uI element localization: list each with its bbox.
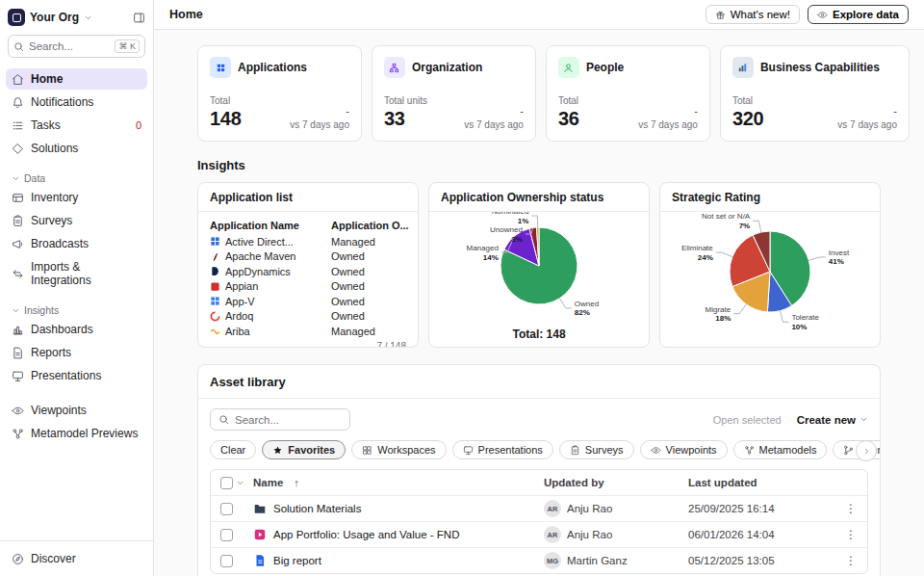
sidebar-item-viewpoints[interactable]: Viewpoints	[6, 400, 147, 421]
select-all-checkbox[interactable]	[220, 477, 233, 489]
collapse-sidebar-icon[interactable]	[133, 12, 145, 24]
sidebar-item-reports[interactable]: Reports	[6, 342, 147, 363]
folder-icon	[253, 502, 267, 515]
row-menu-button[interactable]: ⋮	[834, 502, 867, 515]
kpi-value: 320	[732, 108, 763, 130]
sidebar-item-label: Dashboards	[31, 323, 93, 336]
row-checkbox[interactable]	[220, 555, 233, 567]
asset-library-card: Asset library Open selected Create new	[197, 364, 881, 576]
filter-chip-presentations[interactable]: Presentations	[452, 440, 553, 459]
ariba-icon	[210, 326, 220, 336]
row-menu-button[interactable]: ⋮	[834, 528, 867, 541]
sidebar-item-presentations[interactable]: Presentations	[6, 365, 147, 386]
asset-row[interactable]: App Portfolio: Usage and Value - FND AR …	[211, 521, 867, 547]
kpi-card-people[interactable]: People Total 36 - vs 7 days ago	[546, 45, 710, 142]
application-row[interactable]: App-V Owned	[210, 294, 406, 309]
asset-row[interactable]: Big report MG Martin Ganz 05/12/2025 13:…	[211, 547, 867, 573]
sidebar-item-broadcasts[interactable]: Broadcasts	[6, 233, 147, 254]
sidebar-item-inventory[interactable]: Inventory	[6, 187, 147, 208]
sidebar-item-metamodel-previews[interactable]: Metamodel Previews	[6, 423, 147, 444]
explore-data-button[interactable]: Explore data	[808, 5, 909, 24]
chips-scroll-right-button[interactable]	[856, 440, 877, 461]
row-checkbox[interactable]	[220, 529, 233, 541]
application-row[interactable]: AppDynamics Owned	[210, 264, 406, 279]
column-application-ownership[interactable]: Application O...	[331, 220, 406, 231]
org-logo	[8, 9, 25, 26]
application-row[interactable]: Active Direct... Managed	[210, 234, 406, 249]
ownership-total-label: Total: 148	[429, 327, 649, 341]
sidebar-item-home[interactable]: Home	[6, 68, 147, 90]
application-row[interactable]: Ariba Managed	[210, 324, 406, 339]
filter-chip-workspaces[interactable]: Workspaces	[351, 440, 446, 459]
whats-new-button[interactable]: What's new!	[706, 5, 800, 24]
sidebar-item-label: Tasks	[31, 118, 61, 132]
workspaces-icon	[362, 445, 372, 456]
sidebar-item-label: Presentations	[31, 369, 101, 382]
svg-text:Managed14%: Managed14%	[466, 244, 498, 262]
people-icon	[558, 57, 579, 78]
column-name[interactable]: Name ↑	[253, 477, 544, 488]
kpi-card-business-capabilities[interactable]: Business Capabilities Total 320 - vs 7 d…	[720, 45, 910, 142]
sidebar-search[interactable]: ⌘ K	[8, 35, 145, 58]
sidebar-item-notifications[interactable]: Notifications	[6, 92, 147, 113]
topbar: Home What's new! Explore data	[154, 0, 924, 30]
kpi-row: Applications Total 148 - vs 7 days ago	[197, 45, 910, 142]
ownership-pie-chart[interactable]: Owned82%Managed14%Unowned3%Nominated1%	[429, 212, 649, 329]
sidebar-section-insights[interactable]: Insights	[12, 304, 141, 316]
reports-icon	[12, 347, 24, 359]
main-area: Home What's new! Explore data	[154, 0, 924, 576]
sidebar-section-data[interactable]: Data	[12, 172, 141, 184]
business-capabilities-icon	[732, 57, 754, 78]
row-checkbox[interactable]	[220, 503, 233, 515]
sidebar-item-solutions[interactable]: Solutions	[6, 138, 147, 159]
sort-ascending-icon: ↑	[294, 477, 299, 488]
filter-chip-clear[interactable]: Clear	[210, 440, 256, 459]
sidebar-item-label: Notifications	[31, 95, 93, 109]
sidebar-item-discover[interactable]: Discover	[6, 548, 147, 569]
column-application-name[interactable]: Application Name	[210, 220, 331, 231]
kpi-compare-label: vs 7 days ago	[638, 119, 698, 130]
svg-text:Unowned3%: Unowned3%	[490, 225, 523, 244]
chevron-down-icon[interactable]	[236, 479, 244, 487]
column-last-updated[interactable]: Last updated	[688, 477, 834, 488]
filter-chip-favorites[interactable]: Favorites	[262, 440, 346, 459]
application-row[interactable]: Apache Maven Owned	[210, 249, 406, 265]
section-label: Insights	[24, 304, 59, 316]
sidebar-item-imports-integrations[interactable]: Imports & Integrations	[6, 256, 147, 291]
application-name: Appian	[225, 280, 258, 292]
asset-name: Big report	[273, 555, 321, 566]
inventory-icon	[12, 192, 24, 204]
filter-chip-viewpoints[interactable]: Viewpoints	[640, 440, 728, 459]
create-new-button[interactable]: Create new	[797, 414, 868, 426]
asset-search-input[interactable]	[235, 414, 342, 426]
tasks-icon	[12, 119, 24, 132]
row-menu-button[interactable]: ⋮	[834, 554, 867, 567]
open-selected-button[interactable]: Open selected	[713, 414, 782, 426]
sidebar-item-label: Viewpoints	[31, 404, 87, 417]
column-updated-by[interactable]: Updated by	[544, 477, 688, 488]
strategic-pie-chart[interactable]: Invest41%Tolerate10%Migrate18%Eliminate2…	[660, 212, 880, 339]
strategic-rating-card: Strategic Rating Invest41%Tolerate10%Mig…	[659, 182, 881, 348]
bell-icon	[12, 96, 24, 109]
asset-search[interactable]	[210, 408, 350, 431]
filter-chip-metamodels[interactable]: Metamodels	[733, 440, 828, 459]
svg-text:Tolerate10%: Tolerate10%	[791, 313, 819, 331]
sidebar-item-tasks[interactable]: Tasks 0	[6, 115, 147, 136]
org-name: Your Org	[30, 11, 79, 24]
sidebar-item-dashboards[interactable]: Dashboards	[6, 319, 147, 340]
sidebar-search-input[interactable]	[29, 40, 110, 52]
kpi-card-applications[interactable]: Applications Total 148 - vs 7 days ago	[197, 45, 362, 142]
application-ownership: Owned	[331, 280, 406, 292]
sidebar-item-surveys[interactable]: Surveys	[6, 210, 147, 231]
asset-row[interactable]: Solution Materials AR Anju Rao 25/09/202…	[211, 495, 867, 521]
kpi-card-organization[interactable]: Organization Total units 33 - vs 7 days …	[372, 45, 536, 142]
filter-chip-surveys[interactable]: Surveys	[559, 440, 634, 459]
application-row[interactable]: Appian Owned	[210, 279, 406, 295]
application-name: App-V	[225, 296, 255, 307]
application-row[interactable]: Ardoq Owned	[210, 309, 406, 325]
insights-heading: Insights	[197, 158, 910, 172]
section-label: Data	[24, 172, 45, 184]
org-switcher[interactable]: Your Org	[0, 7, 153, 35]
application-ownership: Owned	[331, 310, 406, 322]
kpi-total-label: Total units	[384, 95, 427, 106]
